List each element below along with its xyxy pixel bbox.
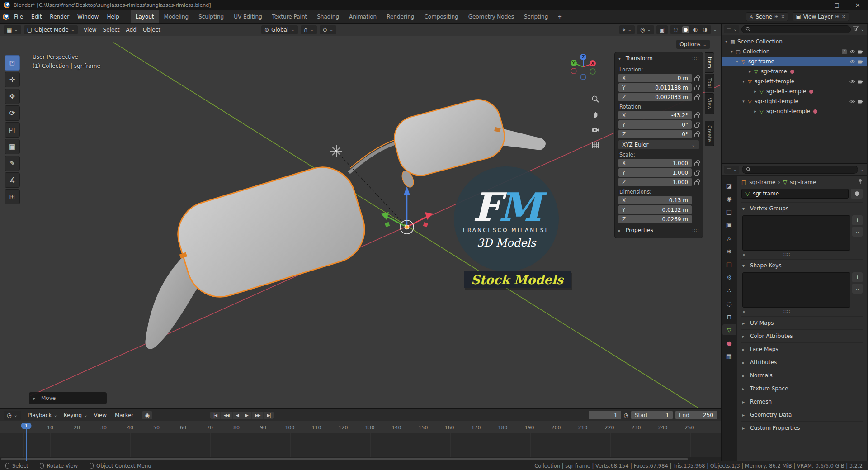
expander-icon[interactable]: ▾ xyxy=(729,49,735,54)
filter-icon[interactable] xyxy=(853,26,859,33)
lock-icon[interactable] xyxy=(694,77,699,81)
render-visibility-camera-icon[interactable] xyxy=(856,48,864,55)
lock-icon[interactable] xyxy=(694,172,699,176)
workspace-tab[interactable]: Animation xyxy=(344,10,382,23)
lock-icon[interactable] xyxy=(694,96,699,100)
workspace-tab[interactable]: Rendering xyxy=(382,10,419,23)
tool-button[interactable]: ✎ xyxy=(5,156,20,171)
dimensions-value-field[interactable]: Y 0.0132 m xyxy=(618,205,692,214)
frame-end-field[interactable]: End 250 xyxy=(675,411,717,419)
playhead[interactable] xyxy=(26,429,27,461)
viewport-menu-item[interactable]: Add xyxy=(123,25,140,35)
new-scene-icon[interactable]: ⊞ xyxy=(774,14,778,19)
properties-tab[interactable]: ⊓ xyxy=(722,311,736,322)
properties-tab[interactable]: ◌ xyxy=(722,298,736,309)
menu-item[interactable]: Help xyxy=(103,12,123,22)
collection-checkbox-icon[interactable]: ✓ xyxy=(840,48,848,55)
expander-icon[interactable]: ▸ xyxy=(752,109,758,114)
expander-icon[interactable]: ▾ xyxy=(723,39,729,44)
expand-icon[interactable]: ▸ xyxy=(743,252,745,257)
viewport-menu-item[interactable]: View xyxy=(80,25,99,35)
transport-button[interactable]: ▶ xyxy=(242,412,251,419)
menu-item[interactable]: Render xyxy=(46,12,73,22)
properties-search-input[interactable] xyxy=(742,166,858,174)
tool-button[interactable]: ⊞ xyxy=(5,189,20,204)
collapsed-panel-header[interactable]: ▸ Remesh xyxy=(741,395,863,408)
location-value-field[interactable]: Y -0.011188 m xyxy=(618,83,692,92)
properties-tab[interactable]: ⊕ xyxy=(722,246,736,256)
location-value-field[interactable]: Z 0.002033 m xyxy=(618,93,692,101)
tool-button[interactable]: ⊡ xyxy=(5,55,20,71)
expander-icon[interactable]: ▾ xyxy=(734,59,740,64)
pin-icon[interactable] xyxy=(858,179,863,185)
timeline-menu-item[interactable]: Marker xyxy=(112,411,138,420)
collapsed-panel-header[interactable]: ▸ Face Maps xyxy=(741,342,863,356)
menu-item[interactable]: Window xyxy=(73,12,103,22)
options-dropdown[interactable]: Options ⌄ xyxy=(676,40,710,49)
add-shape-key-button[interactable]: + xyxy=(852,272,863,282)
render-visibility-camera-icon[interactable] xyxy=(856,98,864,105)
tool-button[interactable]: ▣ xyxy=(5,139,20,154)
transport-button[interactable]: ▶| xyxy=(264,412,274,419)
collapsed-panel-header[interactable]: ▸ Texture Space xyxy=(741,382,863,395)
lock-icon[interactable] xyxy=(694,162,699,166)
outliner-row[interactable]: ▾ ▽ sgr-frame ✓ xyxy=(722,57,867,66)
shape-keys-header[interactable]: ▾ Shape Keys xyxy=(741,259,863,271)
expander-icon[interactable]: ▸ xyxy=(747,69,753,74)
properties-tab[interactable]: ⚙ xyxy=(722,272,736,283)
transform-orientation-selector[interactable]: ⊕ Global ⌄ xyxy=(261,25,298,34)
tool-button[interactable]: ✥ xyxy=(5,89,20,104)
viewport-3d[interactable]: ▦ ⌄ ▢ Object Mode ⌄ ViewSelectAddObject … xyxy=(0,24,721,408)
timeline-menu-item[interactable]: Playback ⌄ xyxy=(24,411,61,420)
viewport-menu-item[interactable]: Select xyxy=(100,25,123,35)
close-button[interactable]: × xyxy=(847,0,868,10)
properties-tab[interactable]: ◬ xyxy=(722,233,736,243)
shape-keys-list[interactable] xyxy=(742,272,850,308)
menu-item[interactable]: File xyxy=(10,12,27,22)
visibility-eye-icon[interactable] xyxy=(848,78,856,85)
viewport-menu-item[interactable]: Object xyxy=(140,25,164,35)
timeline-menu-item[interactable]: View xyxy=(91,411,112,420)
minimize-button[interactable]: – xyxy=(806,0,826,10)
outliner-editor-selector[interactable]: ≣ ⌄ xyxy=(724,25,739,33)
preview-range-icon[interactable]: ◷ xyxy=(624,412,628,418)
vertex-group-specials-icon[interactable]: ⌄ xyxy=(852,227,863,237)
add-workspace-button[interactable]: + xyxy=(554,14,566,20)
properties-panel-header[interactable]: ▸ Properties ∷∷ xyxy=(615,224,703,236)
lock-icon[interactable] xyxy=(694,133,699,137)
transport-button[interactable]: |◀ xyxy=(210,412,220,419)
editor-type-selector[interactable]: ▦ ⌄ xyxy=(4,25,21,34)
properties-editor-selector[interactable]: ≡ ⌄ xyxy=(724,166,739,174)
dimensions-value-field[interactable]: X 0.13 m xyxy=(618,196,692,204)
timeline-ruler[interactable]: 1020304050607080901001101201301401501601… xyxy=(0,421,721,433)
panel-grip-icon[interactable]: ∷∷ xyxy=(692,56,699,61)
breadcrumb-data[interactable]: sgr-frame xyxy=(790,179,816,185)
proportional-editing-toggle[interactable]: ⊙ ⌄ xyxy=(320,25,336,34)
collapsed-panel-header[interactable]: ▸ Normals xyxy=(741,369,863,382)
outliner-row[interactable]: ▾ ▦ Scene Collection ✓ xyxy=(722,37,867,47)
scale-value-field[interactable]: Y 1.000 xyxy=(618,168,692,177)
playhead-frame-badge[interactable]: 1 xyxy=(21,423,32,429)
sidebar-tab[interactable]: Create xyxy=(705,121,714,147)
shading-mode-button[interactable]: ◐ xyxy=(692,26,699,33)
workspace-tab[interactable]: Modeling xyxy=(159,10,194,23)
outliner-search-input[interactable] xyxy=(741,25,850,33)
expander-icon[interactable]: ▸ xyxy=(752,89,758,94)
collapsed-panel-header[interactable]: ▸ Custom Properties xyxy=(741,421,863,434)
render-visibility-camera-icon[interactable] xyxy=(856,58,864,65)
data-name-input[interactable]: ▽ sgr-frame xyxy=(741,189,849,199)
workspace-tab[interactable]: Texture Paint xyxy=(267,10,312,23)
collapsed-panel-header[interactable]: ▸ Color Attributes xyxy=(741,329,863,342)
frame-start-field[interactable]: Start 1 xyxy=(631,411,673,419)
outliner-row[interactable]: ▾ ▽ sgr-right-temple ✓ xyxy=(722,96,867,106)
auto-keying-toggle[interactable]: ◉ xyxy=(142,411,152,419)
properties-tab[interactable]: □ xyxy=(722,259,736,270)
outliner-row[interactable]: ▸ ▽ sgr-right-temple ✓ xyxy=(722,106,867,116)
lock-icon[interactable] xyxy=(694,87,699,90)
overlays-toggle[interactable]: ◎ ⌄ xyxy=(637,25,654,34)
list-resize-grip-icon[interactable]: ∷∷ xyxy=(783,309,790,314)
tool-button[interactable]: ⟳ xyxy=(5,105,20,121)
workspace-tab[interactable]: Shading xyxy=(312,10,344,23)
add-vertex-group-button[interactable]: + xyxy=(852,215,863,225)
rotation-value-field[interactable]: Z 0° xyxy=(618,130,692,138)
